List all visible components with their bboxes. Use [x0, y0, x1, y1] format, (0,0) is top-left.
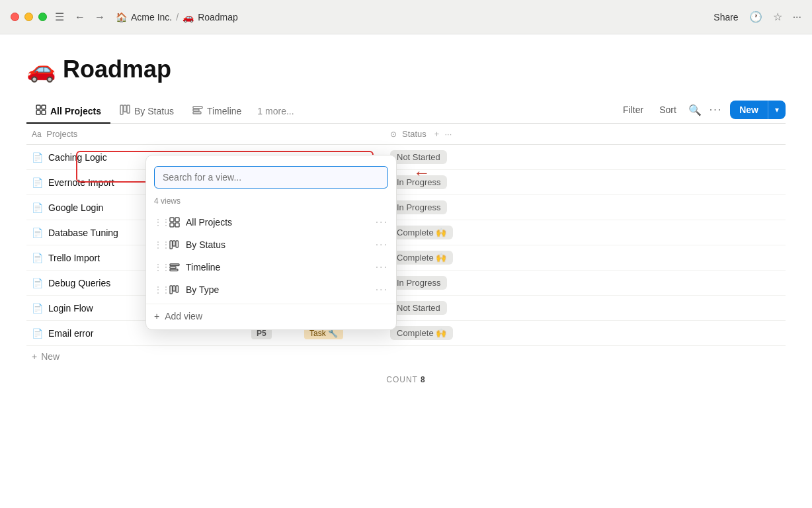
- minimize-button[interactable]: [24, 13, 33, 21]
- table-row[interactable]: 📄 Trello Import Complete 🙌: [26, 245, 786, 271]
- count-row: COUNT 8: [26, 367, 786, 392]
- svg-rect-2: [36, 110, 40, 114]
- tab-all-projects-label: All Projects: [50, 106, 101, 116]
- add-view-label: Add view: [165, 311, 202, 321]
- tab-all-projects[interactable]: All Projects: [26, 99, 110, 124]
- status-badge: In Progress: [390, 276, 447, 290]
- filter-button[interactable]: Filter: [619, 102, 647, 118]
- status-cell: In Progress: [390, 200, 786, 214]
- document-icon: 📄: [32, 202, 43, 213]
- grid-icon: [169, 217, 181, 228]
- project-name: Email error: [48, 328, 93, 339]
- table-row[interactable]: 📄 Caching Logic Not Started: [26, 145, 786, 170]
- breadcrumb-separator: /: [176, 12, 179, 22]
- view-more-icon[interactable]: ···: [376, 261, 388, 273]
- add-view-button[interactable]: + Add view: [146, 304, 396, 324]
- status-badge: Complete 🙌: [390, 326, 453, 340]
- titlebar: ☰ ← → 🏠 Acme Inc. / 🚗 Roadmap Share 🕐 ☆ …: [0, 0, 812, 34]
- search-input[interactable]: [154, 166, 388, 189]
- tab-by-status[interactable]: By Status: [110, 99, 183, 124]
- svg-rect-10: [170, 218, 174, 222]
- project-name: Caching Logic: [48, 152, 107, 163]
- sort-button[interactable]: Sort: [655, 102, 680, 118]
- svg-rect-21: [173, 286, 176, 291]
- page-emoji: 🚗: [183, 12, 194, 22]
- svg-rect-22: [176, 286, 179, 292]
- maximize-button[interactable]: [38, 13, 47, 21]
- view-label: Timeline: [186, 262, 370, 273]
- project-name: Trello Import: [48, 253, 100, 263]
- status-cell: In Progress: [390, 276, 786, 290]
- table-row[interactable]: 📄 Google Login In Progress: [26, 195, 786, 220]
- svg-rect-6: [127, 105, 130, 113]
- table-row[interactable]: 📄 Login Flow P4 Task 🔧 Not Started: [26, 296, 786, 321]
- company-name[interactable]: Acme Inc.: [131, 12, 172, 22]
- svg-rect-3: [42, 110, 46, 114]
- svg-rect-4: [120, 105, 123, 114]
- new-row-button[interactable]: + New: [26, 346, 786, 367]
- more-icon[interactable]: ···: [793, 11, 801, 23]
- menu-icon[interactable]: ☰: [55, 11, 64, 23]
- history-icon[interactable]: 🕐: [749, 11, 762, 23]
- table-row[interactable]: 📄 Email error P5 Task 🔧 Complete 🙌: [26, 321, 786, 346]
- document-icon: 📄: [32, 177, 43, 188]
- new-chevron-icon[interactable]: ▾: [768, 101, 786, 118]
- title-emoji: 🚗: [26, 56, 56, 83]
- options-icon[interactable]: ···: [710, 104, 722, 116]
- tab-board-icon: [120, 105, 130, 117]
- status-cell: Complete 🙌: [390, 251, 786, 265]
- page-name[interactable]: Roadmap: [198, 12, 238, 22]
- add-column-icon[interactable]: +: [434, 129, 440, 139]
- count-label: COUNT: [386, 375, 417, 384]
- page-title: 🚗 Roadmap: [26, 56, 786, 83]
- views-count-label: 4 views: [146, 195, 396, 211]
- view-item-by-type[interactable]: ⋮⋮ By Type ···: [146, 278, 396, 301]
- document-icon: 📄: [32, 228, 43, 238]
- new-row-label: New: [41, 351, 60, 362]
- project-name: Login Flow: [48, 303, 93, 314]
- table-row[interactable]: 📄 Database Tuning Complete 🙌: [26, 220, 786, 245]
- board-icon: [169, 239, 181, 250]
- close-button[interactable]: [11, 13, 19, 21]
- tabs-right: Filter Sort 🔍 ··· New ▾: [619, 101, 786, 122]
- svg-rect-12: [170, 223, 174, 227]
- project-name: Google Login: [48, 202, 103, 213]
- column-header-status: ⊙ Status + ···: [390, 129, 786, 139]
- view-more-icon[interactable]: ···: [376, 216, 388, 228]
- document-icon: 📄: [32, 303, 43, 314]
- drag-handle-icon: ⋮⋮: [154, 218, 163, 227]
- share-button[interactable]: Share: [713, 12, 738, 22]
- view-item-timeline[interactable]: ⋮⋮ Timeline ···: [146, 256, 396, 278]
- nav-arrows: ← →: [72, 10, 108, 24]
- view-more-icon[interactable]: ···: [376, 239, 388, 251]
- tab-more[interactable]: 1 more...: [251, 101, 300, 122]
- svg-rect-1: [42, 105, 46, 109]
- add-icon: +: [32, 351, 37, 362]
- tab-timeline-icon: [192, 105, 203, 117]
- view-item-all-projects[interactable]: ⋮⋮ All Projects ···: [146, 211, 396, 233]
- table-row[interactable]: 📄 Debug Queries In Progress: [26, 271, 786, 296]
- svg-rect-17: [170, 264, 179, 266]
- view-label: All Projects: [186, 217, 370, 228]
- search-icon[interactable]: 🔍: [688, 104, 702, 116]
- star-icon[interactable]: ☆: [773, 11, 782, 23]
- tab-timeline[interactable]: Timeline: [183, 99, 251, 124]
- view-item-by-status[interactable]: ⋮⋮ By Status ···: [146, 233, 396, 256]
- status-cell: Complete 🙌: [390, 326, 786, 340]
- column-header-projects: Aa Projects: [26, 129, 251, 139]
- project-name: Evernote Import: [48, 177, 114, 188]
- forward-arrow[interactable]: →: [92, 10, 108, 24]
- new-button[interactable]: New: [730, 101, 768, 119]
- status-badge: In Progress: [390, 200, 447, 214]
- back-arrow[interactable]: ←: [72, 10, 88, 24]
- view-more-icon[interactable]: ···: [376, 284, 388, 296]
- column-options-icon[interactable]: ···: [444, 129, 452, 139]
- table-row[interactable]: 📄 Evernote Import In Progress: [26, 170, 786, 195]
- svg-rect-0: [36, 105, 40, 109]
- tab-timeline-label: Timeline: [207, 106, 241, 116]
- svg-rect-8: [193, 109, 199, 111]
- svg-rect-5: [124, 105, 126, 112]
- timeline-icon: [169, 262, 181, 273]
- status-badge: Complete 🙌: [390, 251, 453, 265]
- table-container: Aa Projects ⊙ Status + ··· 📄 Caching Log…: [26, 124, 786, 392]
